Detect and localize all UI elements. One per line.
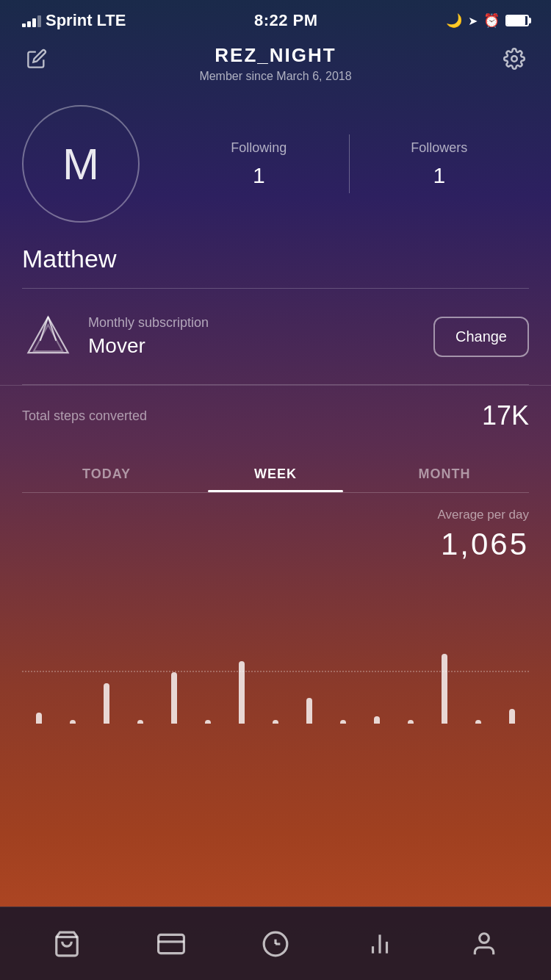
- tabs-section: TODAY WEEK MONTH: [0, 453, 551, 492]
- chart-bar: [509, 709, 515, 724]
- tab-today[interactable]: TODAY: [22, 453, 191, 492]
- member-since: Member since March 6, 2018: [51, 70, 500, 83]
- followers-label: Followers: [350, 140, 530, 156]
- avatar-letter: M: [62, 139, 99, 190]
- header-center: REZ_NIGHT Member since March 6, 2018: [51, 44, 500, 83]
- status-carrier: Sprint LTE: [22, 11, 126, 30]
- signal-icon: [22, 14, 41, 27]
- svg-rect-6: [159, 934, 184, 953]
- followers-stat[interactable]: Followers 1: [350, 140, 530, 188]
- edit-button[interactable]: [22, 44, 51, 73]
- alarm-icon: ⏰: [483, 12, 500, 29]
- svg-marker-2: [34, 325, 62, 351]
- profile-section: M Following 1 Followers 1: [0, 90, 551, 237]
- settings-button[interactable]: [500, 44, 529, 73]
- chart-bar: [171, 672, 177, 724]
- subscription-plan: Mover: [88, 334, 419, 358]
- chart-bar: [408, 720, 414, 724]
- svg-point-14: [480, 933, 489, 943]
- subscription-section: Monthly subscription Mover Change: [0, 289, 551, 384]
- dashboard-icon: [261, 929, 290, 959]
- network-type: LTE: [97, 11, 126, 30]
- chart-bar: [273, 720, 278, 724]
- chart-area: [0, 591, 551, 724]
- average-value: 1,065: [22, 527, 529, 562]
- chart-bar: [70, 720, 76, 724]
- chart-bar: [340, 720, 346, 724]
- carrier-name: Sprint: [46, 11, 93, 30]
- chart-bar: [205, 720, 211, 724]
- avatar: M: [22, 105, 140, 223]
- mover-icon: [22, 311, 73, 362]
- chart-bar: [374, 716, 380, 724]
- wallet-icon: [156, 929, 186, 959]
- nav-dashboard[interactable]: [246, 922, 305, 966]
- subscription-info: Monthly subscription Mover: [88, 315, 419, 358]
- svg-marker-1: [28, 317, 68, 353]
- profile-nav-icon: [469, 929, 499, 959]
- chart-bar: [36, 713, 42, 724]
- average-label: Average per day: [22, 508, 529, 522]
- location-icon: ➤: [468, 14, 478, 28]
- following-label: Following: [169, 140, 349, 156]
- chart-bar: [239, 661, 245, 724]
- battery-icon: [505, 15, 529, 26]
- tab-month[interactable]: MONTH: [360, 453, 529, 492]
- profile-name: Matthew: [0, 237, 551, 288]
- change-subscription-button[interactable]: Change: [433, 317, 529, 357]
- username: REZ_NIGHT: [51, 44, 500, 67]
- chart-bar: [475, 720, 481, 724]
- steps-label: Total steps converted: [22, 408, 147, 424]
- status-bar: Sprint LTE 8:22 PM 🌙 ➤ ⏰: [0, 0, 551, 37]
- stats-icon: [365, 929, 395, 959]
- nav-shop[interactable]: [37, 922, 96, 966]
- followers-value: 1: [350, 163, 530, 188]
- average-section: Average per day 1,065: [0, 493, 551, 577]
- steps-section: Total steps converted 17K: [0, 385, 551, 446]
- nav-stats[interactable]: [350, 922, 409, 966]
- nav-wallet[interactable]: [142, 922, 201, 966]
- moon-icon: 🌙: [446, 12, 462, 29]
- chart-bars: [22, 591, 529, 724]
- subscription-type: Monthly subscription: [88, 315, 419, 331]
- tab-week[interactable]: WEEK: [191, 453, 360, 492]
- following-stat[interactable]: Following 1: [169, 140, 349, 188]
- status-time: 8:22 PM: [254, 11, 318, 30]
- shop-icon: [52, 929, 82, 959]
- steps-value: 17K: [482, 400, 529, 431]
- chart-bar: [137, 720, 143, 724]
- status-indicators: 🌙 ➤ ⏰: [446, 12, 529, 29]
- svg-point-0: [511, 56, 517, 62]
- chart-bar: [442, 654, 447, 724]
- profile-header: REZ_NIGHT Member since March 6, 2018: [0, 37, 551, 90]
- bottom-nav: [0, 907, 551, 980]
- following-value: 1: [169, 163, 349, 188]
- stats-section: Following 1 Followers 1: [169, 134, 529, 193]
- chart-bar: [306, 698, 312, 724]
- nav-profile[interactable]: [455, 922, 514, 966]
- chart-bar: [104, 683, 109, 724]
